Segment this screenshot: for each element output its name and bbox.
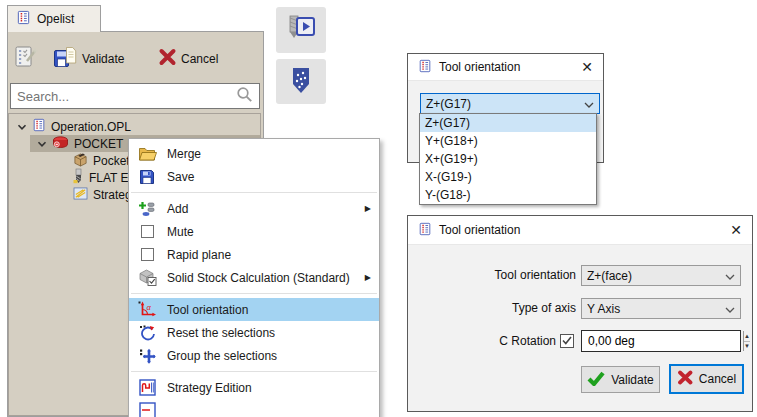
tool-orientation-icon: α <box>137 300 157 320</box>
c-rotation-checkbox[interactable] <box>560 334 574 348</box>
red-cross-icon <box>158 48 177 69</box>
validate-button-label: Validate <box>82 52 124 66</box>
menu-item-rapid-plane[interactable]: Rapid plane <box>129 243 379 266</box>
combobox-value: Z+(face) <box>587 269 725 283</box>
tree-label: FLAT E <box>89 171 133 185</box>
tool-orientation-combobox[interactable]: Z+(G17) <box>420 93 600 114</box>
dialog-validate-button[interactable]: Validate <box>581 366 660 393</box>
menu-item-label: Tool orientation <box>167 303 371 317</box>
option-x-minus-g19[interactable]: X-(G19-) <box>420 168 596 186</box>
dialog-title: Tool orientation <box>439 60 574 74</box>
menu-item-strategy-edition[interactable]: Strategy Edition <box>129 376 379 399</box>
pocket-operation-icon <box>52 136 69 152</box>
cancel-button-label: Cancel <box>181 52 218 66</box>
dialog-titlebar[interactable]: Tool orientation ✕ <box>408 54 603 81</box>
c-rotation-input[interactable] <box>582 331 743 351</box>
close-icon[interactable]: ✕ <box>581 59 593 75</box>
pocket-feature-icon <box>73 152 88 170</box>
edit-list-button[interactable] <box>14 44 40 73</box>
reset-arrow-icon <box>137 323 157 343</box>
search-icon[interactable] <box>236 86 253 106</box>
dialog-title: Tool orientation <box>439 223 723 237</box>
menu-item-tool-orientation[interactable]: α Tool orientation <box>129 298 379 321</box>
tab-opelist-label: Opelist <box>37 12 74 26</box>
tool-dots-icon <box>289 67 313 97</box>
menu-item-label: Reset the selections <box>167 326 371 340</box>
combobox-value: Y Axis <box>587 302 725 316</box>
menu-item-label: Strategy Edition <box>167 381 371 395</box>
menu-separator <box>131 371 377 372</box>
solid-stock-icon <box>137 268 157 288</box>
menu-item-label: Add <box>167 202 359 216</box>
type-of-axis-select[interactable]: Y Axis <box>581 298 741 319</box>
expander-icon[interactable] <box>37 137 47 151</box>
menu-item-label: Solid Stock Calculation (Standard) <box>167 271 359 285</box>
menu-item-solid-stock-calculation[interactable]: Solid Stock Calculation (Standard) ▶ <box>129 266 379 289</box>
merge-folder-icon <box>137 144 157 164</box>
cancel-button[interactable]: Cancel <box>158 48 218 69</box>
dialog-cancel-button[interactable]: Cancel <box>669 364 744 394</box>
menu-separator <box>131 192 377 193</box>
option-y-plus-g18[interactable]: Y+(G18+) <box>420 132 596 150</box>
combobox-value: Z+(G17) <box>426 97 584 111</box>
svg-text:α: α <box>146 303 151 312</box>
green-check-icon <box>587 371 605 389</box>
tree-label: Operation.OPL <box>51 120 135 134</box>
app-window: Opelist Validate Cancel Operation.OPL PO… <box>0 0 757 417</box>
chevron-down-icon <box>584 97 594 111</box>
checkbox-unchecked-icon <box>137 222 157 242</box>
menu-item-mute[interactable]: Mute <box>129 220 379 243</box>
strategy-edition-icon <box>137 378 157 398</box>
spin-down-icon[interactable]: ▼ <box>744 342 750 352</box>
menu-item-reset-selections[interactable]: Reset the selections <box>129 321 379 344</box>
add-icon <box>137 199 157 219</box>
tool-holder-button[interactable] <box>276 59 326 104</box>
wand-list-icon <box>14 44 40 73</box>
menu-item-label: Mute <box>167 225 371 239</box>
save-validate-icon <box>53 46 78 72</box>
opelist-doc-icon <box>16 10 31 28</box>
tab-opelist[interactable]: Opelist <box>7 5 101 32</box>
run-simulation-button[interactable] <box>276 7 326 53</box>
tool-orientation-select[interactable]: Z+(face) <box>581 265 741 286</box>
menu-item-save[interactable]: Save <box>129 165 379 188</box>
search-box <box>10 83 260 109</box>
menu-item-partial[interactable] <box>129 399 379 417</box>
clipped-document-icon <box>137 401 157 417</box>
field-label-type-of-axis: Type of axis <box>418 298 576 319</box>
menu-item-label: Rapid plane <box>167 248 371 262</box>
menu-separator <box>131 293 377 294</box>
close-icon[interactable]: ✕ <box>730 222 742 238</box>
checkbox-unchecked-icon <box>137 245 157 265</box>
menu-item-label: Merge <box>167 147 371 161</box>
menu-item-add[interactable]: Add ▶ <box>129 197 379 220</box>
chevron-down-icon <box>725 269 735 283</box>
tree-row-operation-opl[interactable]: Operation.OPL <box>9 118 260 135</box>
drill-play-icon <box>283 12 319 49</box>
group-arrows-icon <box>137 346 157 366</box>
opelist-doc-icon <box>418 59 432 76</box>
context-menu: Merge Save Add ▶ Mute Rapid plane Solid … <box>128 138 380 417</box>
tool-orientation-dialog: Tool orientation ✕ Tool orientation Z+(f… <box>407 215 753 412</box>
expander-icon[interactable] <box>17 120 27 134</box>
c-rotation-spinner: ▲ ▼ <box>581 330 741 352</box>
save-icon <box>137 167 157 187</box>
option-y-minus-g18[interactable]: Y-(G18-) <box>420 186 596 204</box>
search-input[interactable] <box>17 89 236 104</box>
spinner-buttons: ▲ ▼ <box>743 331 750 351</box>
spin-up-icon[interactable]: ▲ <box>744 331 750 342</box>
field-label-tool-orientation: Tool orientation <box>418 265 576 286</box>
option-x-plus-g19[interactable]: X+(G19+) <box>420 150 596 168</box>
dialog-titlebar[interactable]: Tool orientation ✕ <box>408 216 752 245</box>
validate-button[interactable]: Validate <box>53 46 124 72</box>
submenu-arrow-icon: ▶ <box>365 204 371 213</box>
field-label-c-rotation: C Rotation <box>418 331 556 352</box>
option-z-plus-g17[interactable]: Z+(G17) <box>420 114 596 132</box>
opelist-doc-icon <box>418 222 432 239</box>
submenu-arrow-icon: ▶ <box>365 273 371 282</box>
menu-item-merge[interactable]: Merge <box>129 142 379 165</box>
tree-label: POCKET <box>74 137 127 151</box>
menu-item-group-selections[interactable]: Group the selections <box>129 344 379 367</box>
end-mill-tool-icon <box>73 168 84 187</box>
strategy-icon <box>73 187 88 203</box>
